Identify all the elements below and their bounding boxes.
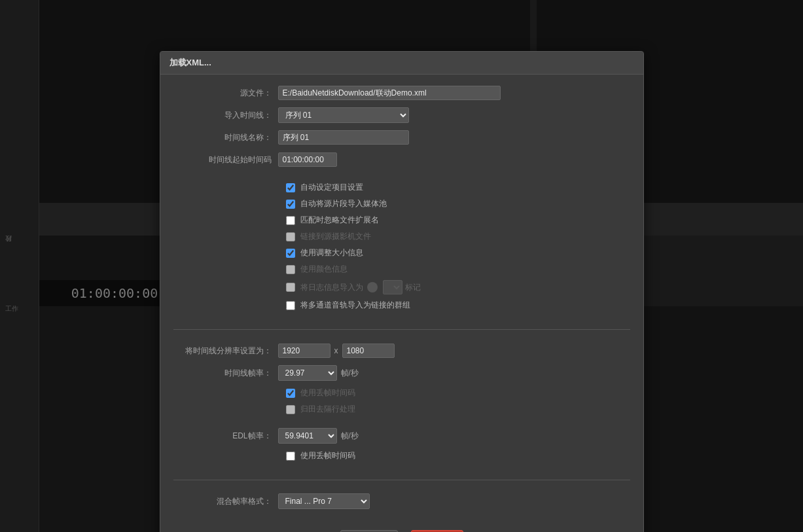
cb-find-source-label: 链接到源摄影机文件 xyxy=(300,231,371,242)
source-file-row: 源文件： E:/BaiduNetdiskDownload/联动Demo.xml xyxy=(173,85,630,101)
cb-use-drop-frame-label: 使用丢帧时间码 xyxy=(300,387,355,399)
cb-log-tag-label: 标记 xyxy=(405,282,421,293)
cb-auto-import-label: 自动将源片段导入媒体池 xyxy=(300,198,387,209)
cb-use-sizing-label: 使用调整大小信息 xyxy=(300,247,363,258)
source-file-label: 源文件： xyxy=(173,88,278,99)
blending-format-select[interactable]: Final ... Pro 7 xyxy=(278,493,370,509)
cb-log-info-row: 将日志信息导入为 标记 xyxy=(173,280,630,294)
cb-edl-drop-frame-row: 使用丢帧时间码 xyxy=(173,450,630,461)
cb-edl-drop-frame[interactable] xyxy=(286,452,295,461)
set-resolution-row: 将时间线分辨率设置为： x xyxy=(173,343,630,359)
cb-auto-settings-row: 自动设定项目设置 xyxy=(173,182,630,193)
divider-2 xyxy=(173,480,630,480)
import-timeline-select[interactable]: 序列 01 xyxy=(278,107,409,123)
edl-fps-row: EDL帧率： 59.9401 帧/秒 xyxy=(173,428,630,444)
cb-match-ext[interactable] xyxy=(286,216,295,225)
edl-fps-select[interactable]: 59.9401 xyxy=(278,428,337,444)
cb-find-source-row: 链接到源摄影机文件 xyxy=(173,231,630,242)
cb-auto-import-row: 自动将源片段导入媒体池 xyxy=(173,198,630,209)
dialog-title-bar: 加载XML... xyxy=(160,52,643,75)
timeline-name-control xyxy=(278,130,630,145)
cb-interlace xyxy=(286,405,295,414)
cb-auto-settings-label: 自动设定项目设置 xyxy=(300,182,363,193)
cb-auto-settings[interactable] xyxy=(286,183,295,192)
timeline-name-row: 时间线名称： xyxy=(173,130,630,145)
blending-format-row: 混合帧率格式： Final ... Pro 7 xyxy=(173,493,630,509)
dialog-title: 加载XML... xyxy=(170,58,211,67)
cb-use-drop-frame-row: 使用丢帧时间码 xyxy=(173,387,630,399)
timeline-fps-row: 时间线帧率： 29.97 帧/秒 xyxy=(173,365,630,381)
edl-fps-label: EDL帧率： xyxy=(173,431,278,442)
resolution-x-separator: x xyxy=(334,346,338,355)
fps-unit: 帧/秒 xyxy=(341,368,359,379)
cb-log-info-label: 将日志信息导入为 xyxy=(300,282,363,293)
dialog-overlay: 加载XML... 源文件： E:/BaiduNetdiskDownload/联动… xyxy=(0,0,803,532)
timeline-fps-label: 时间线帧率： xyxy=(173,368,278,379)
blending-format-control: Final ... Pro 7 xyxy=(278,493,630,509)
timeline-fps-select[interactable]: 29.97 xyxy=(278,365,337,381)
timeline-name-input[interactable] xyxy=(278,130,409,145)
source-file-input[interactable]: E:/BaiduNetdiskDownload/联动Demo.xml xyxy=(278,86,501,100)
cb-find-source xyxy=(286,232,295,241)
resolution-height-input[interactable] xyxy=(342,344,395,358)
edl-fps-unit: 帧/秒 xyxy=(341,431,359,442)
cb-use-color-row: 使用颜色信息 xyxy=(173,264,630,275)
start-timecode-input[interactable] xyxy=(278,152,337,167)
timeline-fps-control: 29.97 帧/秒 xyxy=(278,365,630,381)
cb-edl-drop-frame-label: 使用丢帧时间码 xyxy=(300,450,355,461)
cb-match-ext-label: 匹配时忽略文件扩展名 xyxy=(300,215,379,226)
cb-use-color-label: 使用颜色信息 xyxy=(300,264,348,275)
log-select xyxy=(383,280,402,294)
edl-fps-control: 59.9401 帧/秒 xyxy=(278,428,630,444)
cb-use-color xyxy=(286,265,295,274)
set-resolution-control: x xyxy=(278,344,630,358)
cb-use-sizing[interactable] xyxy=(286,249,295,258)
cb-interlace-label: 归田去隔行处理 xyxy=(300,404,355,415)
cb-interlace-row: 归田去隔行处理 xyxy=(173,404,630,415)
import-timeline-row: 导入时间线： 序列 01 xyxy=(173,107,630,123)
import-timeline-control: 序列 01 xyxy=(278,107,630,123)
start-timecode-label: 时间线起始时间码 xyxy=(173,154,278,166)
cb-match-ext-row: 匹配时忽略文件扩展名 xyxy=(173,215,630,226)
cb-multichannel[interactable] xyxy=(286,301,295,310)
start-timecode-row: 时间线起始时间码 xyxy=(173,152,630,168)
cb-use-drop-frame[interactable] xyxy=(286,389,295,398)
set-resolution-label: 将时间线分辨率设置为： xyxy=(173,346,278,357)
cb-multichannel-label: 将多通道音轨导入为链接的群组 xyxy=(300,300,410,311)
import-timeline-label: 导入时间线： xyxy=(173,110,278,121)
cb-auto-import[interactable] xyxy=(286,200,295,209)
resolution-width-input[interactable] xyxy=(278,344,330,358)
dialog-footer: 取消 Ok xyxy=(160,523,643,532)
start-timecode-control xyxy=(278,152,630,167)
cb-multichannel-row: 将多通道音轨导入为链接的群组 xyxy=(173,300,630,311)
load-xml-dialog: 加载XML... 源文件： E:/BaiduNetdiskDownload/联动… xyxy=(160,51,644,532)
source-file-control: E:/BaiduNetdiskDownload/联动Demo.xml xyxy=(278,86,630,100)
timeline-name-label: 时间线名称： xyxy=(173,132,278,143)
dialog-body: 源文件： E:/BaiduNetdiskDownload/联动Demo.xml … xyxy=(160,75,643,523)
cb-log-info xyxy=(286,283,295,292)
cb-use-sizing-row: 使用调整大小信息 xyxy=(173,247,630,258)
blending-format-label: 混合帧率格式： xyxy=(173,496,278,507)
divider-1 xyxy=(173,329,630,330)
log-dot-icon xyxy=(367,282,378,293)
